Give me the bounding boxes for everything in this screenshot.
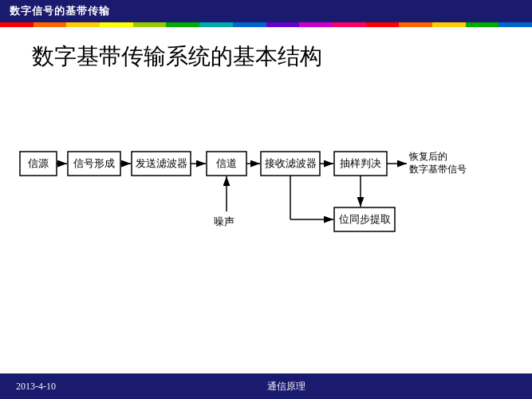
svg-text:信源: 信源: [28, 157, 49, 169]
footer: 2013-4-10 通信原理: [0, 373, 532, 399]
footer-center: 通信原理: [267, 380, 305, 393]
svg-text:噪声: 噪声: [214, 215, 234, 227]
svg-text:发送滤波器: 发送滤波器: [136, 157, 187, 169]
slide: 数字信号的基带传输 数字基带传输系统的基本结构 信源 信号形成 发送滤波器 信道…: [0, 0, 532, 399]
footer-date: 2013-4-10: [16, 381, 56, 393]
svg-text:接收滤波器: 接收滤波器: [265, 157, 317, 169]
svg-text:恢复后的: 恢复后的: [408, 151, 447, 162]
main-title: 数字基带传输系统的基本结构: [32, 41, 322, 72]
svg-text:信道: 信道: [216, 157, 237, 169]
rainbow-stripe: [0, 22, 532, 27]
header-title: 数字信号的基带传输: [10, 4, 110, 18]
svg-text:信号形成: 信号形成: [73, 157, 115, 169]
svg-text:位同步提取: 位同步提取: [339, 213, 391, 225]
svg-text:数字基带信号: 数字基带信号: [409, 164, 467, 175]
top-bar: 数字信号的基带传输: [0, 0, 532, 22]
svg-text:抽样判决: 抽样判决: [340, 157, 381, 169]
block-diagram: 信源 信号形成 发送滤波器 信道 接收滤波器 抽样判决 恢复后的 数字基带信号: [0, 96, 532, 303]
